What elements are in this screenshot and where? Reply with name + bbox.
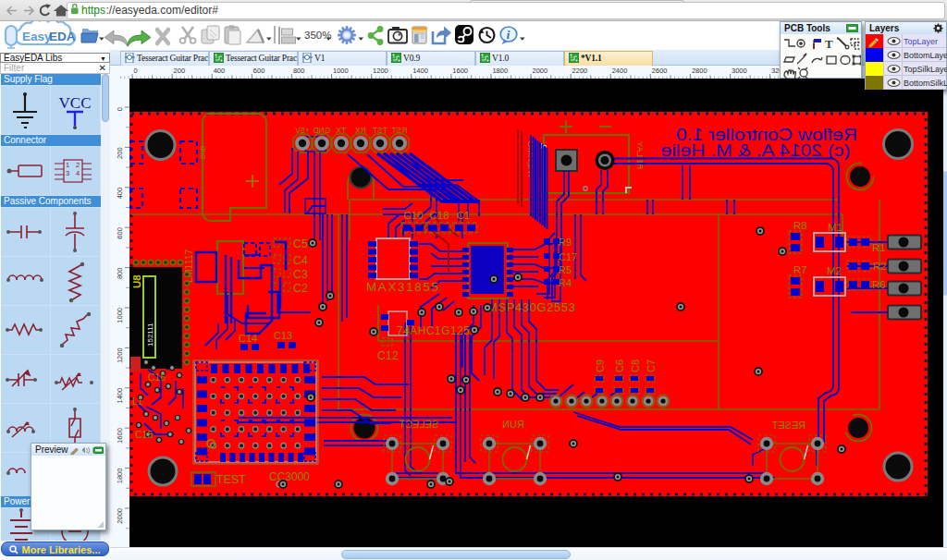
svg-text:600: 600 [253, 67, 265, 75]
svg-text:2600: 2600 [652, 67, 668, 75]
svg-text:1200: 1200 [373, 67, 388, 75]
svg-text:C16: C16 [148, 371, 166, 383]
svg-text:M1: M1 [828, 222, 842, 233]
svg-text:M2: M2 [827, 265, 842, 276]
svg-text:2000: 2000 [116, 508, 124, 524]
svg-text:1600: 1600 [452, 67, 468, 75]
svg-text:T: T [825, 37, 833, 51]
svg-text:2: 2 [76, 161, 80, 169]
svg-text:TX: TX [336, 126, 346, 135]
svg-text:1400: 1400 [412, 67, 428, 75]
svg-text:C17: C17 [559, 251, 577, 262]
svg-text:C18: C18 [429, 210, 449, 221]
svg-text:RX: RX [355, 126, 366, 135]
svg-text:L1: L1 [132, 396, 143, 407]
svg-text:https: https [81, 4, 105, 17]
svg-text:CC3000: CC3000 [269, 470, 310, 483]
svg-text:C5: C5 [293, 237, 308, 250]
svg-text:C13: C13 [274, 330, 292, 341]
svg-text:TST: TST [373, 126, 387, 135]
svg-text:R8: R8 [793, 220, 807, 231]
svg-text:600: 600 [116, 227, 124, 239]
svg-text:1: 1 [66, 161, 69, 169]
svg-text:2000: 2000 [533, 67, 548, 75]
svg-text:800: 800 [293, 67, 305, 75]
svg-text:C14: C14 [239, 333, 257, 344]
svg-text:RESET: RESET [771, 420, 806, 431]
svg-text:2400: 2400 [612, 67, 628, 75]
svg-text:3000: 3000 [732, 67, 747, 75]
svg-text:1600: 1600 [116, 428, 124, 444]
svg-text:EDA: EDA [49, 30, 76, 43]
svg-text:C2: C2 [293, 282, 308, 295]
svg-text:(c) 2014 A. & M. Helie: (c) 2014 A. & M. Helie [661, 141, 851, 160]
svg-text:Easy: Easy [22, 30, 52, 43]
svg-text:+5V: +5V [295, 126, 310, 135]
svg-text:R9: R9 [559, 237, 572, 248]
svg-text:200: 200 [174, 67, 186, 75]
svg-text:RUN: RUN [502, 419, 524, 430]
svg-text:1000: 1000 [116, 308, 124, 323]
svg-text:74AHC1G125: 74AHC1G125 [397, 324, 470, 337]
svg-text:R5: R5 [559, 264, 572, 275]
svg-text:200: 200 [116, 147, 124, 159]
svg-text:C3: C3 [293, 268, 308, 281]
svg-text:400: 400 [214, 67, 226, 75]
svg-text:R7: R7 [793, 264, 807, 275]
svg-text:1200: 1200 [116, 347, 124, 363]
svg-text:RELAY: RELAY [635, 140, 646, 169]
svg-text:C7: C7 [646, 359, 657, 372]
svg-text:152111: 152111 [146, 323, 154, 347]
svg-text:://easyeda.com/editor#: ://easyeda.com/editor# [106, 4, 219, 17]
svg-text:2800: 2800 [692, 67, 707, 75]
svg-text:3: 3 [66, 169, 69, 177]
svg-text:R6: R6 [872, 279, 886, 290]
svg-text:RST: RST [392, 126, 408, 135]
svg-text:1800: 1800 [116, 469, 124, 484]
svg-text:TEST: TEST [216, 473, 246, 486]
svg-text:0: 0 [116, 107, 124, 111]
svg-text:SELECT: SELECT [399, 419, 438, 430]
svg-text:R1: R1 [872, 242, 886, 253]
svg-text:1800: 1800 [492, 67, 508, 75]
svg-text:4: 4 [76, 169, 80, 177]
svg-text:C8: C8 [630, 359, 641, 372]
svg-text:i: i [507, 29, 510, 42]
svg-text:800: 800 [116, 268, 124, 280]
svg-text:C4: C4 [293, 254, 308, 267]
svg-text:C6: C6 [614, 359, 625, 372]
svg-text:1000: 1000 [333, 67, 349, 75]
svg-text:R4: R4 [559, 277, 572, 288]
svg-text:C12: C12 [377, 349, 399, 362]
svg-text:GND: GND [314, 126, 331, 135]
svg-text:LM1117: LM1117 [183, 249, 194, 283]
svg-text:MSP430G2553: MSP430G2553 [487, 300, 575, 314]
svg-text:1400: 1400 [116, 388, 124, 404]
svg-text:GND: GND [200, 145, 206, 159]
svg-text:C15: C15 [135, 429, 153, 440]
svg-text:2200: 2200 [572, 67, 588, 75]
svg-text:C10: C10 [403, 210, 423, 221]
svg-text:0: 0 [134, 67, 138, 75]
svg-text:400: 400 [116, 188, 124, 200]
svg-text:R2: R2 [873, 261, 887, 272]
svg-text:U8: U8 [131, 274, 142, 288]
svg-text:C1: C1 [457, 210, 471, 221]
svg-text:VCC: VCC [59, 94, 92, 112]
svg-text:C9: C9 [595, 359, 606, 372]
